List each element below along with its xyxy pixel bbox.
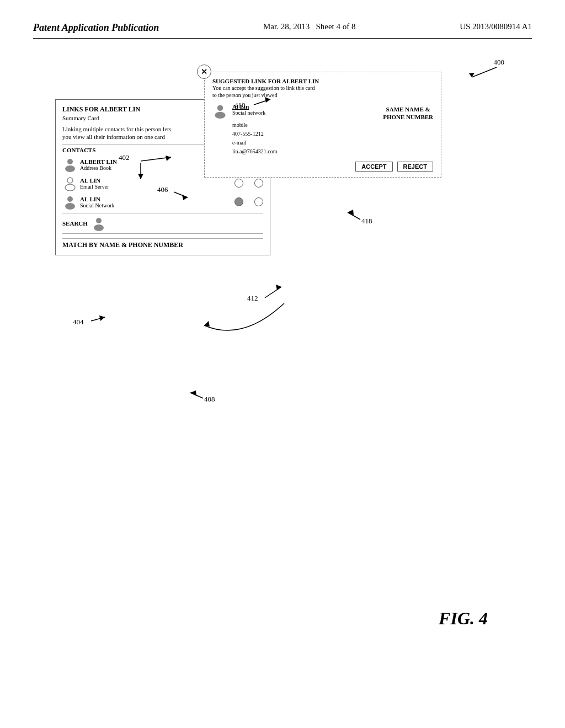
svg-marker-31 xyxy=(276,285,281,290)
same-name-box: SAME NAME & PHONE NUMBER xyxy=(383,105,433,121)
patent-number: US 2013/0080914 A1 xyxy=(460,22,532,31)
email-row: e-mail lin.a@7654321.com xyxy=(232,138,433,156)
contact-info-3: AL LIN Social Network xyxy=(62,194,115,210)
svg-point-5 xyxy=(65,203,75,210)
header-center: Mar. 28, 2013 Sheet 4 of 8 xyxy=(263,22,356,31)
radio-accept-3[interactable] xyxy=(234,197,243,206)
header-date: Mar. 28, 2013 xyxy=(263,22,310,31)
right-person-icon xyxy=(212,103,228,119)
email-label: e-mail xyxy=(232,140,247,146)
radio-reject-2[interactable] xyxy=(254,179,263,188)
person-icon-search xyxy=(91,216,106,231)
svg-marker-35 xyxy=(204,321,210,326)
contact-row-2: AL LIN Email Server xyxy=(62,175,263,191)
fig-label: FIG. 4 xyxy=(439,608,488,629)
mobile-row: mobile 407-555-1212 xyxy=(232,121,433,138)
svg-text:404: 404 xyxy=(73,318,84,326)
svg-point-2 xyxy=(67,178,73,183)
svg-point-6 xyxy=(96,218,102,223)
contacts-label: CONTACTS xyxy=(62,147,95,153)
radio-accept-2[interactable] xyxy=(234,179,243,188)
svg-point-1 xyxy=(65,165,75,172)
accept-reject-row: ACCEPT REJECT xyxy=(212,162,433,172)
svg-point-9 xyxy=(215,112,225,119)
accept-button[interactable]: ACCEPT xyxy=(355,162,392,172)
radio-group-3 xyxy=(234,197,263,206)
radio-reject-3[interactable] xyxy=(254,197,263,206)
page: Patent Application Publication Mar. 28, … xyxy=(0,0,565,728)
match-row: MATCH BY NAME & PHONE NUMBER xyxy=(62,238,263,249)
header-left: Patent Application Publication xyxy=(33,22,159,34)
close-icon: ✕ xyxy=(201,67,207,77)
close-button[interactable]: ✕ xyxy=(197,65,211,79)
svg-line-18 xyxy=(91,317,105,321)
svg-point-3 xyxy=(65,184,75,191)
search-row: SEARCH xyxy=(62,216,263,231)
svg-point-7 xyxy=(94,224,104,231)
divider-2 xyxy=(62,233,263,234)
divider-1 xyxy=(62,213,263,213)
contact-2-text: AL LIN Email Server xyxy=(80,177,109,190)
contact-info-1: ALBERT LIN Address Book xyxy=(62,157,117,172)
ref-400: 400 xyxy=(494,58,505,67)
svg-text:408: 408 xyxy=(204,395,215,403)
right-panel: ✕ SUGGESTED LINK FOR ALBERT LIN You can … xyxy=(204,72,441,178)
svg-line-10 xyxy=(472,67,497,77)
suggested-desc: You can accept the suggestion to link th… xyxy=(212,84,433,99)
svg-marker-34 xyxy=(348,210,354,215)
svg-marker-11 xyxy=(469,73,475,77)
svg-text:412: 412 xyxy=(247,294,258,302)
svg-line-33 xyxy=(348,212,360,220)
svg-point-8 xyxy=(217,105,223,111)
reject-button[interactable]: REJECT xyxy=(397,162,433,172)
suggested-title: SUGGESTED LINK FOR ALBERT LIN xyxy=(212,78,433,84)
mobile-label: mobile xyxy=(232,122,248,128)
contact-1-text: ALBERT LIN Address Book xyxy=(80,158,117,171)
main-content: 400 LINKS FOR ALBERT LIN Summary Card Li… xyxy=(33,55,532,662)
person-icon-1 xyxy=(62,157,78,172)
svg-point-4 xyxy=(67,196,73,202)
header-right: US 2013/0080914 A1 xyxy=(460,22,532,31)
patent-publication-title: Patent Application Publication xyxy=(33,22,159,33)
header-sheet: Sheet 4 of 8 xyxy=(316,22,355,31)
svg-marker-25 xyxy=(190,390,196,396)
email-value: lin.a@7654321.com xyxy=(232,148,277,154)
radio-group-2 xyxy=(234,179,263,188)
header: Patent Application Publication Mar. 28, … xyxy=(33,22,532,39)
contact-row-3: AL LIN Social Network xyxy=(62,194,263,210)
svg-text:418: 418 xyxy=(361,217,372,225)
contact-info-2: AL LIN Email Server xyxy=(62,175,109,191)
svg-line-30 xyxy=(265,287,281,298)
contact-3-text: AL LIN Social Network xyxy=(80,196,115,208)
svg-marker-19 xyxy=(99,315,105,321)
person-icon-2 xyxy=(62,175,78,191)
person-icon-3 xyxy=(62,194,78,210)
svg-point-0 xyxy=(67,159,73,164)
right-contact-text: Al Lin Social network xyxy=(232,103,265,116)
svg-line-24 xyxy=(190,393,203,398)
mobile-value: 407-555-1212 xyxy=(232,131,264,137)
contact-details: mobile 407-555-1212 e-mail lin.a@7654321… xyxy=(232,121,433,156)
search-label: SEARCH xyxy=(62,220,88,227)
